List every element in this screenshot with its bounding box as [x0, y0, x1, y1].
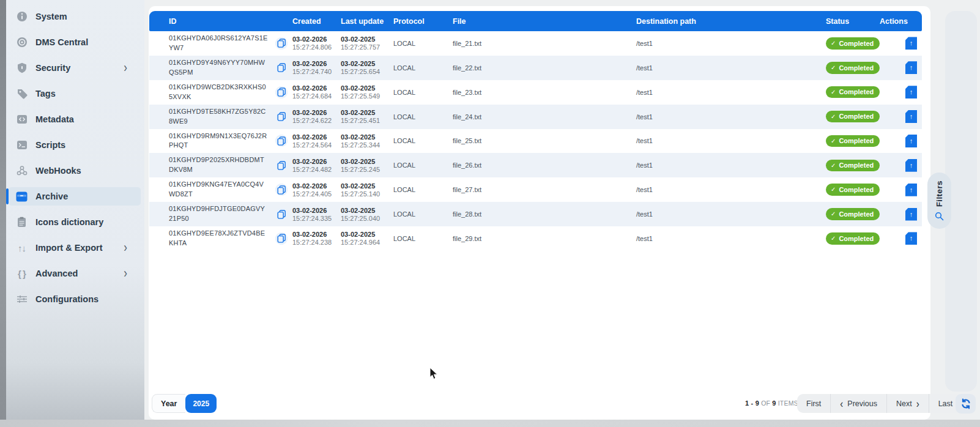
created-time: 15:27:24.335 — [292, 215, 341, 222]
first-page-label: First — [806, 399, 821, 408]
sidebar-item-label: WebHooks — [35, 166, 81, 176]
file-cell: file_23.txt — [453, 89, 636, 96]
sidebar-item-metadata[interactable]: Metadata — [9, 110, 141, 128]
column-header-status: Status — [826, 17, 880, 26]
copy-id-button[interactable] — [274, 207, 289, 221]
app-window: System DMS Central Security › Tags — [0, 0, 980, 427]
table-row: 01KGHYD9EE78XJ6ZTVD4BEKHTA 03-02-2026 15… — [149, 226, 922, 251]
sidebar-item-tags[interactable]: Tags — [9, 84, 141, 103]
export-file-button[interactable]: ↑ — [905, 86, 917, 98]
copy-id-button[interactable] — [274, 133, 289, 148]
main-content: ID Created Last update Protocol File Des… — [149, 6, 930, 420]
copy-icon — [277, 136, 286, 146]
created-time: 15:27:24.622 — [292, 117, 341, 124]
sidebar-item-webhooks[interactable]: WebHooks — [9, 162, 141, 180]
export-file-button[interactable]: ↑ — [905, 184, 917, 196]
export-file-button[interactable]: ↑ — [905, 208, 917, 221]
last-update-cell: 03-02-2025 15:27:25.040 — [341, 207, 393, 222]
export-file-button[interactable]: ↑ — [905, 110, 917, 123]
created-cell: 03-02-2026 15:27:24.405 — [292, 182, 341, 198]
items-count: 1 - 9 OF 9 ITEMS — [745, 399, 798, 407]
status-cell: ✓ Completed — [826, 184, 880, 196]
created-date: 03-02-2026 — [292, 35, 341, 43]
sidebar-item-icons-dictionary[interactable]: Icons dictionary — [9, 213, 141, 231]
created-cell: 03-02-2026 15:27:24.622 — [292, 109, 341, 124]
import-export-icon: ↑↓ — [16, 242, 28, 254]
file-cell: file_24.txt — [453, 113, 636, 121]
table-row: 01KGHYD9TE58KH7ZG5Y82C8WE9 03-02-2026 15… — [149, 105, 922, 129]
target-icon — [16, 37, 28, 48]
code-icon — [16, 114, 28, 125]
copy-id-button[interactable] — [274, 36, 289, 51]
status-badge: ✓ Completed — [826, 62, 880, 74]
updated-date: 03-02-2025 — [341, 158, 393, 165]
next-page-button[interactable]: Next › — [887, 394, 929, 413]
copy-id-button[interactable] — [274, 231, 289, 246]
sidebar-item-security[interactable]: Security › — [9, 59, 141, 77]
sidebar-item-label: Icons dictionary — [35, 217, 103, 227]
export-file-button[interactable]: ↑ — [905, 159, 917, 172]
sidebar-item-import-export[interactable]: ↑↓ Import & Export › — [9, 239, 141, 257]
destination-path-cell: /test1 — [636, 210, 826, 218]
copy-icon — [277, 161, 286, 170]
created-cell: 03-02-2026 15:27:24.564 — [292, 133, 341, 149]
created-cell: 03-02-2026 15:27:24.335 — [292, 207, 341, 222]
destination-path-cell: /test1 — [636, 162, 826, 169]
copy-id-button[interactable] — [274, 158, 289, 173]
filters-label: Filters — [935, 180, 944, 207]
sidebar-item-label: Configurations — [35, 294, 98, 304]
copy-id-button[interactable] — [274, 110, 289, 124]
actions-cell: ↑ — [880, 159, 922, 172]
sidebar-item-label: Advanced — [35, 269, 78, 278]
last-update-cell: 03-02-2025 15:27:25.549 — [341, 84, 393, 100]
year-filter-chip: Year 2025 — [152, 394, 217, 413]
export-file-button[interactable]: ↑ — [905, 37, 917, 50]
created-time: 15:27:24.482 — [292, 166, 341, 173]
copy-id-button[interactable] — [274, 182, 289, 197]
sidebar-item-archive[interactable]: Archive — [9, 187, 141, 206]
export-file-button[interactable]: ↑ — [905, 135, 917, 147]
sidebar-item-advanced[interactable]: { } Advanced › — [9, 264, 141, 283]
check-icon: ✓ — [831, 40, 836, 46]
status-label: Completed — [839, 64, 874, 72]
filters-tab[interactable]: Filters — [927, 173, 951, 229]
chevron-left-icon: ‹ — [840, 397, 843, 409]
status-cell: ✓ Completed — [826, 135, 880, 147]
sidebar-item-scripts[interactable]: Scripts — [9, 136, 141, 154]
copy-icon — [277, 185, 286, 195]
copy-id-button[interactable] — [274, 85, 289, 100]
created-time: 15:27:24.684 — [292, 92, 341, 100]
table-row: 01KGHYD9RM9N1X3EQ76J2RPHQT 03-02-2026 15… — [149, 129, 922, 154]
table-row: 01KGHYD9WCB2DK3RXKHS05XVXK 03-02-2026 15… — [149, 80, 922, 105]
created-cell: 03-02-2026 15:27:24.684 — [292, 84, 341, 100]
year-filter-label[interactable]: Year — [152, 394, 185, 413]
created-time: 15:27:24.806 — [292, 43, 341, 51]
updated-time: 15:27:25.757 — [341, 43, 393, 51]
updated-time: 15:27:25.451 — [341, 117, 393, 124]
export-file-button[interactable]: ↑ — [905, 61, 917, 74]
created-date: 03-02-2026 — [292, 60, 341, 67]
protocol-cell: LOCAL — [393, 235, 453, 242]
column-header-protocol: Protocol — [393, 17, 453, 26]
check-icon: ✓ — [831, 113, 836, 120]
copy-id-button[interactable] — [274, 61, 289, 75]
sidebar-item-dms-central[interactable]: DMS Central — [9, 33, 141, 51]
actions-cell: ↑ — [880, 232, 922, 245]
year-filter-value[interactable]: 2025 — [185, 394, 217, 413]
updated-time: 15:27:24.964 — [341, 239, 393, 246]
updated-date: 03-02-2025 — [341, 35, 393, 43]
search-icon — [935, 212, 944, 221]
copy-icon — [277, 234, 286, 243]
previous-page-button[interactable]: ‹ Previous — [831, 394, 887, 413]
check-icon: ✓ — [831, 64, 836, 71]
sidebar-item-system[interactable]: System — [9, 7, 141, 26]
refresh-button[interactable] — [956, 394, 976, 414]
window-bottom-edge — [0, 420, 980, 427]
created-cell: 03-02-2026 15:27:24.482 — [292, 158, 341, 173]
sidebar-item-configurations[interactable]: Configurations — [9, 290, 141, 308]
shield-icon — [16, 62, 28, 74]
first-page-button[interactable]: First — [797, 394, 831, 413]
column-header-actions: Actions — [880, 17, 922, 26]
export-file-button[interactable]: ↑ — [905, 232, 917, 245]
pagination: First ‹ Previous Next › Last — [797, 394, 962, 413]
